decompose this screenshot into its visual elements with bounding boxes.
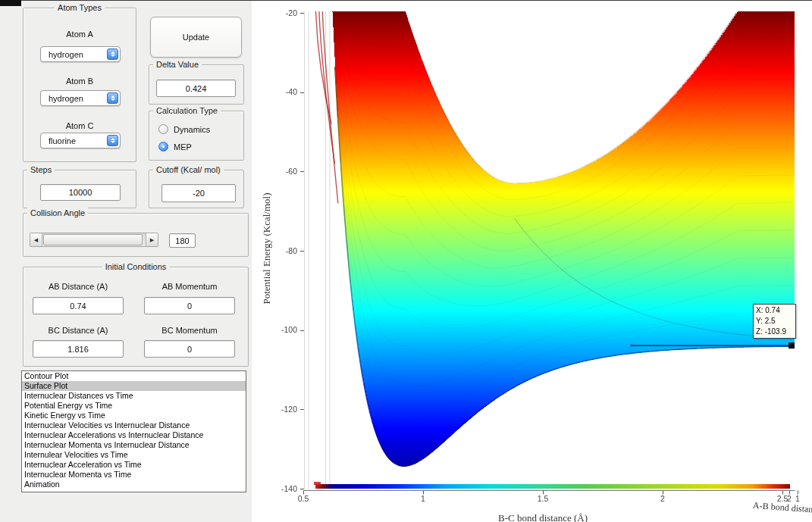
slider-right-arrow-icon[interactable]: ▶ [146, 233, 158, 246]
radio-circle-icon [158, 124, 168, 134]
initial-conditions-panel: Initial Conditions AB Distance (A) AB Mo… [23, 267, 249, 367]
window-edge-fragment [0, 0, 21, 6]
atom-a-label: Atom A [24, 30, 136, 39]
radio-dynamics-label: Dynamics [174, 125, 210, 134]
list-item[interactable]: Internuclear Momenta vs Internuclear Dis… [22, 440, 246, 450]
list-item[interactable]: Internuclear Accelerations vs Internucle… [22, 430, 246, 440]
delta-value-panel: Delta Value [149, 64, 244, 105]
updown-arrows-icon[interactable] [107, 92, 118, 104]
bc-momentum-input[interactable] [144, 340, 235, 358]
collision-angle-title: Collision Angle [27, 208, 88, 218]
initial-conditions-title: Initial Conditions [102, 261, 170, 272]
radio-dynamics[interactable]: Dynamics [158, 124, 210, 134]
atom-types-title: Atom Types [55, 2, 105, 13]
radio-mep[interactable]: MEP [158, 142, 192, 152]
ab-distance-label: AB Distance (A) [33, 282, 124, 291]
cutoff-title: Cutoff (Kcal/ mol) [153, 164, 224, 175]
cutoff-panel: Cutoff (Kcal/ mol) [149, 170, 244, 208]
list-item[interactable]: Surface Plot [22, 381, 246, 391]
list-item[interactable]: Potential Energy vs Time [22, 401, 246, 411]
cutoff-input[interactable] [161, 184, 236, 202]
radio-mep-label: MEP [174, 142, 192, 152]
list-item[interactable]: Internulear Velocities vs Time [22, 450, 246, 460]
plot-type-listbox[interactable]: Contour PlotSurface PlotInternuclear Dis… [21, 370, 246, 492]
list-item[interactable]: Contour Plot [22, 371, 246, 381]
ab-momentum-label: AB Momentum [144, 282, 235, 291]
list-item[interactable]: Kinetic Energy vs Time [22, 411, 246, 420]
atom-c-select[interactable]: fluorine [40, 133, 121, 148]
delta-value-title: Delta Value [153, 59, 202, 70]
ab-distance-input[interactable] [33, 297, 124, 314]
control-panel: Atom Types Atom A hydrogen Atom B hydrog… [0, 0, 252, 522]
update-button[interactable]: Update [150, 17, 242, 58]
steps-input[interactable] [40, 184, 121, 201]
steps-title: Steps [27, 164, 55, 175]
slider-left-arrow-icon[interactable]: ◀ [30, 233, 42, 246]
calculation-type-panel: Calculation Type Dynamics MEP [149, 111, 244, 161]
updown-arrows-icon[interactable] [107, 135, 118, 146]
atom-c-label: Atom C [24, 121, 136, 130]
collision-angle-panel: Collision Angle ◀ ▶ [23, 213, 249, 257]
list-item[interactable]: Internuclear Acceleration vs Time [22, 460, 246, 470]
bc-momentum-label: BC Momentum [144, 326, 235, 335]
atom-types-panel: Atom Types Atom A hydrogen Atom B hydrog… [23, 8, 136, 162]
collision-angle-slider[interactable]: ◀ ▶ [30, 233, 158, 247]
list-item[interactable]: Internuclear Momenta vs Time [22, 470, 246, 480]
atom-b-value: hydrogen [41, 94, 107, 103]
collision-angle-input[interactable] [169, 233, 196, 248]
steps-panel: Steps [23, 170, 136, 208]
radio-circle-selected-icon [158, 142, 168, 152]
atom-b-select[interactable]: hydrogen [40, 90, 121, 106]
list-item[interactable]: Internuclear Distances vs Time [22, 391, 246, 401]
list-item[interactable]: Animation [22, 480, 246, 489]
atom-b-label: Atom B [24, 77, 136, 86]
updown-arrows-icon[interactable] [107, 48, 118, 60]
bc-distance-input[interactable] [33, 340, 124, 358]
slider-track[interactable] [42, 233, 146, 246]
list-item[interactable]: Internuclear Velocities vs Internuclear … [22, 420, 246, 430]
slider-thumb[interactable] [43, 234, 143, 245]
ab-momentum-input[interactable] [144, 297, 235, 314]
bc-distance-label: BC Distance (A) [33, 326, 124, 335]
update-button-label: Update [183, 33, 209, 42]
atom-a-select[interactable]: hydrogen [40, 46, 121, 62]
delta-value-input[interactable] [156, 80, 236, 97]
atom-a-value: hydrogen [41, 50, 107, 59]
calculation-type-title: Calculation Type [153, 105, 221, 116]
atom-c-value: fluorine [41, 136, 107, 145]
window-top-border [0, 0, 812, 1]
